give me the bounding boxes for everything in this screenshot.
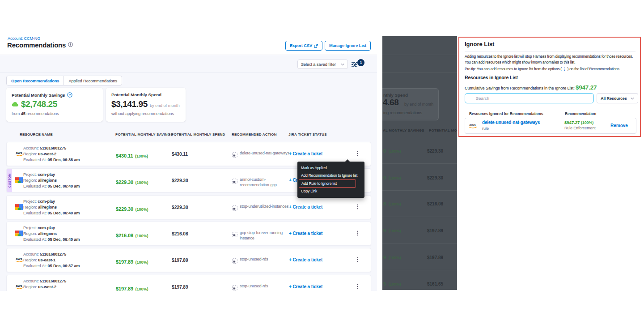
header-divider <box>0 55 377 55</box>
context-menu-item[interactable]: Add Recommendation to Ignore list <box>297 172 364 179</box>
resources-in-ignore-list-heading: Resources in Ignore List <box>465 75 518 80</box>
column-header-potential-savings: POTENTIAL MONTHLY SAVINGS <box>115 132 173 137</box>
create-ticket-link[interactable]: + Create a ticket <box>289 151 322 156</box>
row-options-kebab[interactable]: ⋮ <box>355 230 360 236</box>
ignored-savings-value: $947.27 (100%) <box>564 120 593 125</box>
potential-spend-value: $229.30 <box>172 178 188 183</box>
savings-sub-count: 45 <box>21 111 25 116</box>
resource-meta: Project: ccm-playRegion: allregionsEvalu… <box>23 225 80 243</box>
remove-button[interactable]: Remove <box>610 123 628 128</box>
create-ticket-link[interactable]: + Create a ticket <box>289 205 322 209</box>
export-csv-label: Export CSV <box>290 43 312 48</box>
filter-count-badge[interactable]: 1 <box>357 59 364 66</box>
filter-settings-icon[interactable] <box>352 61 358 69</box>
aws-icon: aws <box>469 123 478 131</box>
resource-meta: Account: 511616801275Region: us-west-2Ev… <box>23 278 80 291</box>
create-ticket-link[interactable]: + Create a ticket <box>289 257 322 262</box>
export-csv-button[interactable]: Export CSV <box>285 41 322 51</box>
spend-value: $3,141.95 <box>111 99 148 109</box>
filter-row-divider <box>0 73 377 73</box>
column-header-resource-name: RESOURCE NAME <box>20 132 53 137</box>
potential-savings-value: $197.89 (100%) <box>116 257 148 265</box>
ignore-col-resources: Resources Ignored for Recommendations <box>469 111 543 116</box>
custom-badge: CUSTOM <box>7 169 12 192</box>
create-ticket-link[interactable]: + Create a ticket <box>289 284 322 289</box>
resource-meta: Account: 511616801275Region: us-east-1Ev… <box>23 252 80 269</box>
svg-text:aws: aws <box>16 284 22 288</box>
overlay-row-separator <box>382 243 457 243</box>
overlay-row-separator <box>382 217 457 217</box>
potential-savings-value: $197.89 (100%) <box>116 284 148 291</box>
row-options-kebab[interactable]: ⋮ <box>355 283 360 290</box>
help-icon[interactable]: ? <box>67 92 72 98</box>
ignored-savings-pct: (100%) <box>581 120 593 125</box>
resource-meta: Project: ccm-playRegion: allregionsEvalu… <box>23 199 80 216</box>
saved-filter-placeholder: Select a saved filter <box>301 62 336 67</box>
ignored-resource-row: aws delete-unused-nat-gateways rule $947… <box>465 118 636 134</box>
row-options-kebab[interactable]: ⋮ <box>355 150 360 157</box>
search-input[interactable] <box>465 94 593 103</box>
manage-ignore-list-button[interactable]: Manage Ignore List <box>325 41 371 51</box>
spend-card-title-text: Potential Monthly Spend <box>111 92 161 97</box>
breadcrumb[interactable]: Account: CCM-NG <box>8 36 40 41</box>
table-row[interactable]: aws Account: 511616801275Region: us-west… <box>6 275 371 291</box>
page-title-row: Recommendations <box>7 41 73 49</box>
info-icon[interactable] <box>68 41 73 49</box>
ignore-list-title: Ignore List <box>465 41 494 47</box>
table-row[interactable]: aws Project: ccm-playRegion: allregionsE… <box>6 195 371 219</box>
chevron-down-icon <box>631 97 634 100</box>
recommendations-page: Account: CCM-NG Recommendations Export C… <box>0 36 377 291</box>
overlay-card-note-fragment: by end of month <box>404 102 433 107</box>
svg-text:aws: aws <box>470 123 476 127</box>
recommendation-rule-icon <box>232 284 237 291</box>
row-options-kebab[interactable]: ⋮ <box>355 256 360 263</box>
column-header-potential-spend: POTENTIAL MONTHLY SPEND <box>171 132 225 137</box>
svg-text:aws: aws <box>16 151 22 155</box>
cumulative-savings-value: $947.27 <box>576 84 597 91</box>
manage-ignore-list-label: Manage Ignore List <box>329 43 366 48</box>
chevron-down-icon <box>341 63 344 66</box>
context-menu-item[interactable]: Copy Link <box>297 188 364 195</box>
recommended-action: stop-underutilized-instances <box>240 204 292 209</box>
saved-filter-select[interactable]: Select a saved filter <box>297 60 348 69</box>
protip-prefix: Pro tip: You can add resources to Ignore… <box>465 67 562 71</box>
spend-card-title: Potential Monthly Spend <box>111 92 161 97</box>
potential-savings-value: $229.30 (100%) <box>116 178 148 186</box>
svg-text:aws: aws <box>16 257 22 261</box>
overlay-row-separator <box>382 190 457 191</box>
context-menu-item[interactable]: Mark as Applied <box>297 164 364 172</box>
context-menu-item[interactable]: Add Rule to Ignore list <box>299 179 356 188</box>
column-header-jira-ticket-status: JIRA TICKET STATUS <box>288 132 327 137</box>
gcp-icon <box>15 230 23 238</box>
tab-open-recommendations[interactable]: Open Recommendations <box>7 76 64 85</box>
ignore-list-protip: Pro tip: You can add resources to Ignore… <box>465 67 638 71</box>
potential-monthly-savings-card: Potential Monthly Savings ? $2,748.25 fr… <box>6 88 103 122</box>
dimmed-overlay-strip: nthly Spend 4.68 by end of month ing rec… <box>382 36 457 290</box>
savings-sub-suffix: recommendations <box>26 111 59 116</box>
all-resources-select[interactable]: All Resources <box>597 93 638 103</box>
ignored-resource-link[interactable]: delete-unused-nat-gateways <box>482 120 540 125</box>
gcp-icon <box>15 204 23 212</box>
recommendation-rule-icon <box>232 205 237 213</box>
savings-value: $2,748.25 <box>21 99 57 109</box>
recommendations-tabs: Open Recommendations Applied Recommendat… <box>6 76 122 85</box>
tab-applied-recommendations[interactable]: Applied Recommendations <box>64 76 122 85</box>
spend-card-subtitle: without applying recommendations <box>111 111 174 116</box>
header-buttons: Export CSV Manage Ignore List <box>285 41 371 51</box>
table-row[interactable]: aws Project: ccm-playRegion: allregionsE… <box>6 222 371 246</box>
potential-spend-value: $197.89 <box>172 285 188 290</box>
potential-spend-value: $430.11 <box>172 152 188 157</box>
create-ticket-link[interactable]: + Create a ticket <box>289 231 322 236</box>
spend-value-note: by end of month <box>150 103 180 108</box>
potential-monthly-spend-card: Potential Monthly Spend $3,141.95 by end… <box>106 88 186 122</box>
recommended-action: stop-unused-rds <box>240 284 292 289</box>
recommendation-rule-icon <box>232 257 237 265</box>
recommended-action: stop-unused-rds <box>240 257 292 262</box>
protip-suffix: ) on the list of Recommendations. <box>567 67 620 71</box>
overlay-row-separator <box>382 270 457 270</box>
row-options-kebab[interactable]: ⋮ <box>355 203 360 210</box>
overlay-row-separator <box>382 163 457 164</box>
table-row[interactable]: aws Account: 511616801275Region: us-east… <box>6 248 371 272</box>
recommended-action: gcp-stop-forever-running-instance <box>240 231 292 241</box>
all-resources-value: All Resources <box>601 96 627 101</box>
